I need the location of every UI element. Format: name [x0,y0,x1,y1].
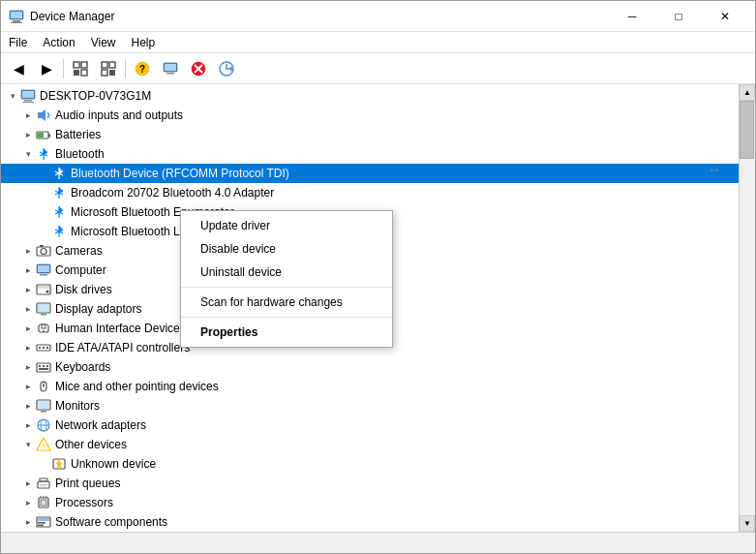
svg-rect-71 [39,365,41,367]
toolbar-scan[interactable] [213,56,240,81]
svg-rect-100 [38,525,44,527]
processors-label: Processors [55,496,113,509]
svg-rect-16 [166,73,174,75]
title-bar-left: Device Manager [9,9,114,24]
monitors-expand-icon: ▸ [20,398,36,414]
ctx-properties[interactable]: Properties [181,321,392,344]
cameras-label: Cameras [55,244,103,258]
tree-mice[interactable]: ▸ Mice and other pointing devices [1,377,739,396]
title-bar: Device Manager ─ □ ✕ [1,1,755,32]
svg-rect-8 [102,62,107,68]
bluetooth-icon [36,146,51,162]
svg-rect-70 [37,363,50,372]
menu-file[interactable]: File [1,34,35,50]
tree-network[interactable]: ▸ Network adapters [1,416,739,435]
tree-keyboards[interactable]: ▸ Keyboards [1,357,739,377]
svg-rect-29 [38,133,44,138]
monitors-icon [36,398,51,414]
scroll-up-button[interactable]: ▲ [740,84,755,101]
toolbar-back[interactable]: ◀ [5,56,32,81]
scroll-track[interactable] [740,101,755,515]
unknown-label: Unknown device [71,457,156,471]
display-expand-icon: ▸ [20,301,36,317]
svg-rect-28 [48,135,50,138]
svg-rect-23 [22,91,34,98]
mice-icon [36,379,51,394]
app-icon [9,9,24,24]
diskdrives-label: Disk drives [55,283,112,296]
tree-bt-dev1[interactable]: Bluetooth Device (RFCOMM Protocol TDI) [1,164,739,183]
svg-rect-68 [43,347,45,349]
svg-rect-89 [40,478,47,481]
cameras-icon [36,243,51,259]
toolbar-expand[interactable] [95,56,122,81]
svg-rect-79 [38,401,49,409]
menu-view[interactable]: View [83,34,124,50]
toolbar-device-manager[interactable] [157,56,184,81]
svg-rect-98 [38,518,49,521]
toolbar-forward[interactable]: ▶ [33,56,60,81]
tree-unknown[interactable]: Unknown device [1,454,739,474]
tree-batteries[interactable]: ▸ Batteries [1,125,739,144]
ctx-disable[interactable]: Disable device [181,237,392,261]
unknown-expand-icon [36,456,51,472]
svg-rect-90 [40,484,47,486]
mice-expand-icon: ▸ [20,379,36,394]
network-label: Network adapters [55,418,146,432]
tree-root[interactable]: ▾ DESKTOP-0V73G1M [1,86,739,106]
computer-icon [20,88,36,104]
maximize-button[interactable]: □ [656,7,701,26]
bt-dev2-expand-icon [36,185,51,200]
batteries-expand-icon: ▸ [20,127,36,142]
tree-bt-dev2[interactable]: Broadcom 20702 Bluetooth 4.0 Adapter [1,183,739,202]
title-controls: ─ □ ✕ [610,7,747,26]
toolbar-collapse[interactable] [67,56,94,81]
menu-action[interactable]: Action [35,34,82,50]
svg-rect-91 [40,487,45,488]
softwarecomp-label: Software components [55,515,167,529]
svg-rect-15 [165,64,176,71]
menu-help[interactable]: Help [124,34,164,50]
bt-dev3-expand-icon [36,204,51,220]
ctx-uninstall[interactable]: Uninstall device [181,261,392,284]
toolbar: ◀ ▶ ? [1,53,755,84]
printq-label: Print queues [55,477,120,490]
display-label: Display adaptors [55,302,141,316]
svg-rect-5 [81,62,87,68]
tree-other[interactable]: ▾ ! Other devices [1,435,739,454]
svg-rect-4 [74,62,79,68]
toolbar-remove[interactable] [185,56,212,81]
scroll-thumb[interactable] [740,101,754,159]
diskdrives-expand-icon: ▸ [20,282,36,297]
vertical-scrollbar[interactable]: ▲ ▼ [739,84,755,532]
tree-processors[interactable]: ▸ Processors [1,493,739,512]
processors-expand-icon: ▸ [20,495,36,510]
close-button[interactable]: ✕ [703,7,747,26]
svg-marker-87 [56,460,62,468]
status-bar [1,532,755,553]
bluetooth-expand-icon: ▾ [20,146,36,162]
batteries-icon [36,127,51,142]
minimize-button[interactable]: ─ [610,7,654,26]
svg-rect-62 [41,314,46,316]
window-title: Device Manager [30,10,114,23]
processors-icon [36,495,51,510]
tree-monitors[interactable]: ▸ Monitors [1,396,739,416]
root-label: DESKTOP-0V73G1M [40,89,151,103]
keyboards-icon [36,359,51,375]
toolbar-help[interactable]: ? [129,56,156,81]
ctx-sep-1 [181,287,392,288]
tree-bluetooth[interactable]: ▾ Bluetooth [1,144,739,164]
svg-rect-67 [39,347,41,349]
tree-audio[interactable]: ▸ Audio inputs and outputs [1,106,739,125]
tree-printq[interactable]: ▸ Print queues [1,474,739,493]
hid-expand-icon: ▸ [20,321,36,336]
printq-icon [36,476,51,491]
tree-softwarecomp[interactable]: ▸ Software components [1,512,739,532]
ctx-scan[interactable]: Scan for hardware changes [181,291,392,314]
ctx-update[interactable]: Update driver [181,214,392,237]
hid-label: Human Interface Devices [55,322,186,335]
scroll-down-button[interactable]: ▼ [740,515,755,532]
other-icon: ! [36,437,51,452]
content-area: ▾ DESKTOP-0V73G1M ▸ Audio inputs and out… [1,84,755,532]
